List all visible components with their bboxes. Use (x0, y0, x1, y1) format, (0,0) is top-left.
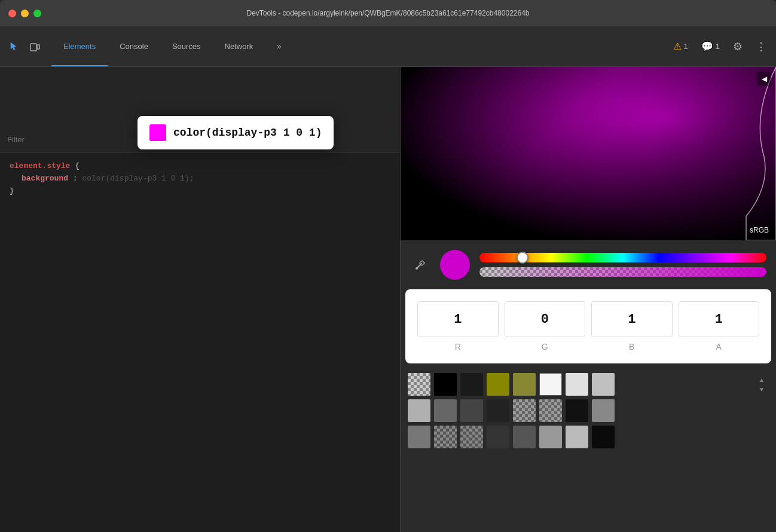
gradient-background[interactable]: sRGB ◀ (401, 67, 776, 240)
r-input[interactable] (417, 301, 499, 337)
toolbar-icons (5, 37, 44, 56)
maximize-button[interactable] (33, 10, 41, 17)
b-label: B (629, 342, 634, 351)
alpha-slider[interactable] (479, 267, 766, 277)
swatch-lightgray3[interactable] (566, 426, 588, 448)
device-toggle-button[interactable] (25, 37, 44, 56)
eyedropper-button[interactable] (410, 255, 430, 275)
swatch-black[interactable] (434, 373, 457, 396)
swatch-dark1[interactable] (460, 373, 483, 396)
hue-thumb (517, 252, 528, 264)
swatches-row-1: ▲ ▼ (408, 373, 769, 396)
toolbar-right: ⚠ 1 💬 1 ⚙ ⋮ (668, 37, 771, 56)
code-line-selector: element.style { (10, 160, 390, 173)
left-panel-empty (0, 204, 400, 532)
swatches-scroll-controls: ▲ ▼ (754, 375, 769, 393)
r-label: R (455, 342, 461, 351)
swatch-check1[interactable] (513, 399, 536, 422)
inspect-element-button[interactable] (5, 37, 24, 56)
swatch-gray6[interactable] (539, 426, 562, 448)
swatch-gray3[interactable] (460, 399, 483, 422)
svg-rect-1 (37, 45, 39, 49)
swatch-olive[interactable] (487, 373, 509, 396)
swatches-row-2 (408, 399, 769, 422)
a-field: A (679, 301, 760, 351)
hue-slider[interactable] (479, 253, 766, 262)
swatch-gray5[interactable] (408, 426, 430, 448)
main-content: element.style { background : color(displ… (0, 67, 776, 532)
cursor-icon (9, 41, 20, 52)
right-panel: sRGB ◀ (401, 67, 776, 532)
rgba-inputs: R G B A (417, 301, 759, 351)
title-bar: DevTools - codepen.io/argyleink/pen/QWBg… (0, 0, 776, 26)
code-line-property: background : color(display-p3 1 0 1); (10, 173, 390, 185)
swatch-gray4[interactable] (487, 399, 509, 422)
scroll-up-button[interactable]: ▲ (754, 375, 769, 384)
tab-sources[interactable]: Sources (160, 26, 213, 66)
swatch-white[interactable] (539, 373, 562, 396)
tooltip-color-swatch[interactable] (149, 124, 166, 141)
swatches-area: ▲ ▼ (401, 368, 776, 453)
color-controls (401, 240, 776, 289)
a-label: A (716, 342, 722, 351)
tab-elements[interactable]: Elements (51, 26, 108, 66)
traffic-lights (8, 10, 41, 17)
swatch-nearblack2[interactable] (592, 426, 615, 448)
color-gradient-preview: sRGB ◀ (401, 67, 776, 240)
b-field: B (591, 301, 673, 351)
swatch-darkgray2[interactable] (513, 426, 536, 448)
warnings-button[interactable]: ⚠ 1 (668, 38, 693, 54)
minimize-button[interactable] (21, 10, 29, 17)
swatch-olive2[interactable] (513, 373, 536, 396)
devtools-panel: Elements Console Sources Network » ⚠ 1 💬 (0, 26, 776, 532)
swatch-lightgray2[interactable] (592, 373, 615, 396)
swatch-transparent[interactable] (408, 373, 430, 396)
swatch-midgray[interactable] (592, 399, 615, 422)
nav-tabs: Elements Console Sources Network » (51, 26, 294, 66)
toolbar: Elements Console Sources Network » ⚠ 1 💬 (0, 26, 776, 67)
eyedropper-icon (414, 259, 426, 271)
swatch-darkgray1[interactable] (487, 426, 509, 448)
scroll-down-button[interactable]: ▼ (754, 385, 769, 393)
css-code-area: element.style { background : color(displ… (0, 153, 400, 204)
swatch-lightgray1[interactable] (566, 373, 588, 396)
code-line-close: } (10, 185, 390, 198)
g-field: G (505, 301, 586, 351)
tooltip-color-value: color(display-p3 1 0 1) (173, 127, 322, 139)
swatches-row-3 (408, 426, 769, 448)
tab-more[interactable]: » (265, 26, 293, 66)
property-name: background (22, 174, 68, 183)
close-button[interactable] (8, 10, 16, 17)
more-options-button[interactable]: ⋮ (751, 38, 771, 56)
window-title: DevTools - codepen.io/argyleink/pen/QWBg… (247, 9, 530, 17)
gamut-curve (668, 67, 776, 240)
tab-console[interactable]: Console (108, 26, 160, 66)
chat-icon: 💬 (701, 41, 713, 52)
collapse-button[interactable]: ◀ (757, 72, 771, 86)
settings-button[interactable]: ⚙ (728, 37, 747, 56)
warning-icon: ⚠ (673, 41, 682, 52)
r-field: R (417, 301, 499, 351)
svg-point-4 (416, 267, 418, 270)
tab-network[interactable]: Network (213, 26, 265, 66)
swatch-check3[interactable] (434, 426, 457, 448)
swatch-gray1[interactable] (408, 399, 430, 422)
a-input[interactable] (679, 301, 760, 337)
swatch-check2[interactable] (539, 399, 562, 422)
rgba-input-panel: R G B A (405, 289, 771, 363)
swatch-check4[interactable] (460, 426, 483, 448)
b-input[interactable] (591, 301, 673, 337)
color-tooltip-popup: color(display-p3 1 0 1) (138, 116, 334, 149)
g-input[interactable] (505, 301, 586, 337)
svg-rect-0 (30, 44, 36, 51)
left-panel: element.style { background : color(displ… (0, 67, 401, 532)
g-label: G (542, 342, 548, 351)
chat-button[interactable]: 💬 1 (696, 38, 725, 54)
color-circle[interactable] (440, 250, 470, 280)
sliders-area (479, 253, 766, 277)
swatch-gray2[interactable] (434, 399, 457, 422)
swatch-nearblack1[interactable] (566, 399, 588, 422)
srgb-label: sRGB (750, 226, 769, 234)
device-icon (29, 41, 40, 52)
